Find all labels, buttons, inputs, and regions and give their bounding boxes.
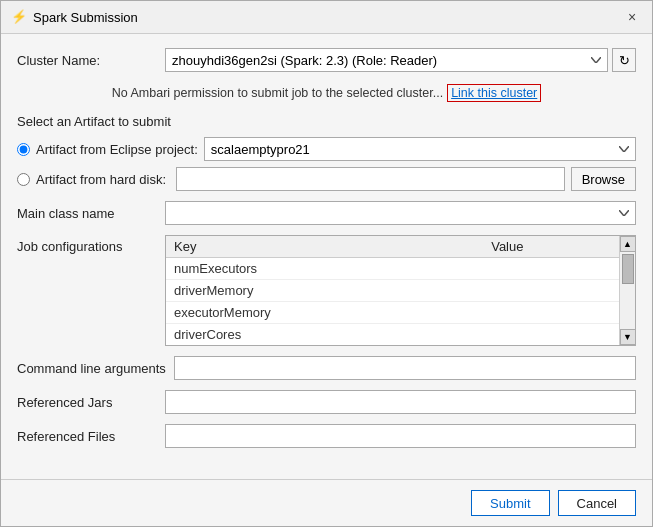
cmd-args-label: Command line arguments (17, 361, 166, 376)
job-config-table: Key Value numExecutorsdriverMemoryexecut… (166, 236, 635, 345)
scrollbar[interactable]: ▲ ▼ (619, 236, 635, 345)
job-config-key-cell: executorMemory (166, 302, 483, 324)
scroll-up-arrow[interactable]: ▲ (620, 236, 636, 252)
artifact-eclipse-label: Artifact from Eclipse project: (36, 142, 198, 157)
warning-text: No Ambari permission to submit job to th… (112, 86, 443, 100)
link-this-cluster[interactable]: Link this cluster (447, 84, 541, 102)
dialog-footer: Submit Cancel (1, 479, 652, 526)
artifact-harddisk-label: Artifact from hard disk: (36, 172, 170, 187)
artifact-harddisk-input[interactable] (176, 167, 565, 191)
job-config-value-cell (483, 258, 619, 280)
artifact-harddisk-row: Artifact from hard disk: Browse (17, 167, 636, 191)
job-config-label: Job configurations (17, 235, 157, 254)
dialog-content: Cluster Name: zhouyhdi36gen2si (Spark: 2… (1, 34, 652, 479)
spark-submission-dialog: ⚡ Spark Submission × Cluster Name: zhouy… (0, 0, 653, 527)
ref-files-row: Referenced Files (17, 424, 636, 448)
job-config-value-header: Value (483, 236, 619, 258)
close-button[interactable]: × (622, 7, 642, 27)
job-config-section: Job configurations Key Value numExecutor… (17, 235, 636, 346)
cancel-button[interactable]: Cancel (558, 490, 636, 516)
scroll-down-arrow[interactable]: ▼ (620, 329, 636, 345)
dialog-title: Spark Submission (33, 10, 138, 25)
cluster-control-area: zhouyhdi36gen2si (Spark: 2.3) (Role: Rea… (165, 48, 636, 72)
ref-files-label: Referenced Files (17, 429, 157, 444)
cluster-name-select[interactable]: zhouyhdi36gen2si (Spark: 2.3) (Role: Rea… (165, 48, 608, 72)
title-bar-left: ⚡ Spark Submission (11, 9, 138, 25)
submit-button[interactable]: Submit (471, 490, 549, 516)
table-row: driverMemory (166, 280, 635, 302)
job-config-table-wrap: Key Value numExecutorsdriverMemoryexecut… (165, 235, 636, 346)
ref-jars-label: Referenced Jars (17, 395, 157, 410)
main-class-row: Main class name (17, 201, 636, 225)
artifact-section: Select an Artifact to submit Artifact fr… (17, 114, 636, 191)
ref-jars-input[interactable] (165, 390, 636, 414)
table-row: numExecutors (166, 258, 635, 280)
main-class-label: Main class name (17, 206, 157, 221)
job-config-key-header: Key (166, 236, 483, 258)
refresh-button[interactable]: ↻ (612, 48, 636, 72)
scroll-thumb[interactable] (622, 254, 634, 284)
cluster-name-row: Cluster Name: zhouyhdi36gen2si (Spark: 2… (17, 48, 636, 72)
job-config-key-cell: driverCores (166, 324, 483, 346)
job-config-value-cell (483, 302, 619, 324)
cmd-args-row: Command line arguments (17, 356, 636, 380)
ref-files-input[interactable] (165, 424, 636, 448)
table-row: executorMemory (166, 302, 635, 324)
cmd-args-input[interactable] (174, 356, 636, 380)
main-class-select[interactable] (165, 201, 636, 225)
warning-row: No Ambari permission to submit job to th… (17, 82, 636, 104)
spark-icon: ⚡ (11, 9, 27, 25)
job-config-key-cell: numExecutors (166, 258, 483, 280)
cluster-name-label: Cluster Name: (17, 53, 157, 68)
artifact-eclipse-radio[interactable] (17, 143, 30, 156)
job-config-value-cell (483, 324, 619, 346)
artifact-harddisk-radio[interactable] (17, 173, 30, 186)
job-config-value-cell (483, 280, 619, 302)
artifact-section-label: Select an Artifact to submit (17, 114, 636, 129)
browse-button[interactable]: Browse (571, 167, 636, 191)
artifact-eclipse-row: Artifact from Eclipse project: scalaempt… (17, 137, 636, 161)
ref-jars-row: Referenced Jars (17, 390, 636, 414)
job-config-key-cell: driverMemory (166, 280, 483, 302)
title-bar: ⚡ Spark Submission × (1, 1, 652, 34)
artifact-eclipse-select[interactable]: scalaemptypro21 (204, 137, 636, 161)
table-row: driverCores (166, 324, 635, 346)
